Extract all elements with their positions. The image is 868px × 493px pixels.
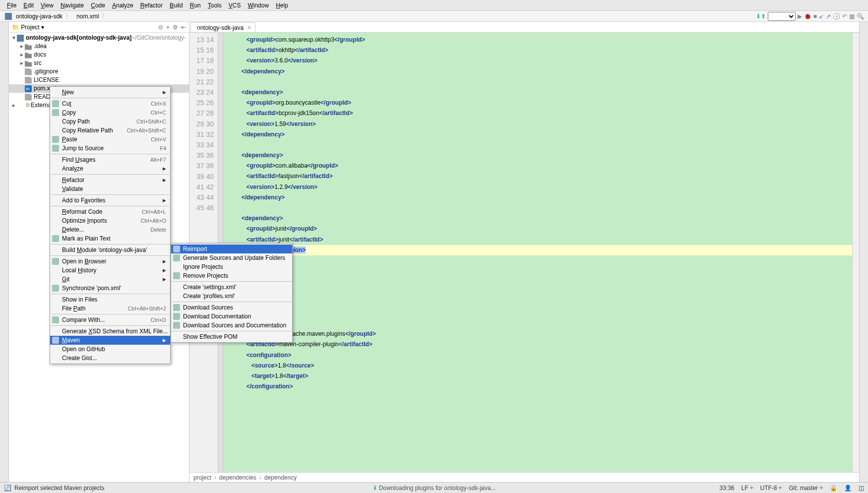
menu-item-copy-path[interactable]: Copy PathCtrl+Shift+C [50,117,170,126]
project-view-selector[interactable]: 📁 Project ▾ [12,24,44,31]
tree-item[interactable]: LICENSE [9,76,189,84]
menu-analyze[interactable]: Analyze [109,1,136,10]
target-icon[interactable]: ⌖ [166,24,170,31]
menu-item-reformat-code[interactable]: Reformat CodeCtrl+Alt+L [50,207,170,216]
menu-item-refactor[interactable]: Refactor▶ [50,176,170,185]
menu-item-create-settings-xml[interactable]: Create 'settings.xml' [171,283,292,292]
nav-file[interactable]: pom.xml [72,13,101,20]
status-bar: 🔄 Reimport selected Maven projects ⬇ Dow… [0,482,868,493]
stop-icon[interactable]: ■ [813,13,817,20]
menu-item-local-history[interactable]: Local History▶ [50,266,170,275]
line-separator[interactable]: LF ÷ [742,485,753,492]
menu-item-mark-as-plain-text[interactable]: Mark as Plain Text [50,234,170,243]
menu-run[interactable]: Run [187,1,204,10]
tree-icon [25,60,32,67]
left-tool-strip[interactable] [0,22,9,482]
tree-root[interactable]: ▾ontology-java-sdk [ontology-sdk-java] ~… [9,34,189,42]
hide-icon[interactable]: ⇤ [181,24,186,31]
menu-edit[interactable]: Edit [20,1,37,10]
menu-item-git[interactable]: Git▶ [50,275,170,284]
memory-icon[interactable]: ◫ [859,485,864,492]
menu-code[interactable]: Code [88,1,108,10]
menu-refactor[interactable]: Refactor [137,1,166,10]
menu-item-remove-projects[interactable]: Remove Projects [171,271,292,280]
breadcrumb-item[interactable]: dependencies [219,474,256,481]
lock-icon[interactable]: 🔒 [830,485,837,492]
editor-breadcrumbs[interactable]: project›dependencies›dependency [189,472,859,482]
menu-item-maven[interactable]: Maven▶ [50,336,170,345]
search-icon[interactable]: 🔍 [857,13,864,20]
menu-item-paste[interactable]: PasteCtrl+V [50,135,170,144]
close-tab-icon[interactable]: × [248,24,251,31]
menu-item-ignore-projects[interactable]: Ignore Projects [171,262,292,271]
menu-item-show-in-files[interactable]: Show in Files [50,295,170,304]
menu-navigate[interactable]: Navigate [58,1,87,10]
menu-window[interactable]: Window [245,1,272,10]
vcs-revert-icon[interactable]: ↶ [842,13,847,20]
menu-vcs[interactable]: VCS [226,1,244,10]
menu-item-new[interactable]: New▶ [50,88,170,97]
debug-icon[interactable]: 🐞 [804,13,811,20]
vcs-commit-icon[interactable]: ↗ [826,13,831,20]
menu-item-download-sources-and-documentation[interactable]: Download Sources and Documentation [171,321,292,330]
tree-item[interactable]: .gitignore [9,67,189,76]
menu-item-build-module-ontology-sdk-java[interactable]: Build Module 'ontology-sdk-java' [50,246,170,254]
breadcrumb-item[interactable]: project [193,474,211,481]
menu-help[interactable]: Help [273,1,291,10]
menu-item-analyze[interactable]: Analyze▶ [50,164,170,173]
right-tool-strip[interactable] [859,22,868,482]
menu-item-download-documentation[interactable]: Download Documentation [171,312,292,321]
tree-icon [25,68,32,75]
menu-build[interactable]: Build [167,1,186,10]
menu-item-synchronize-pom-xml[interactable]: Synchronize 'pom.xml' [50,284,170,293]
menu-item-add-to-favorites[interactable]: Add to Favorites▶ [50,196,170,205]
menu-item-download-sources[interactable]: Download Sources [171,303,292,312]
menu-item-create-gist[interactable]: Create Gist... [50,354,170,363]
dl-icon [173,313,180,320]
caret-position[interactable]: 33:36 [720,485,735,492]
menu-item-reimport[interactable]: Reimport [171,245,292,253]
menu-item-compare-with[interactable]: Compare With...Ctrl+D [50,315,170,324]
project-icon [5,13,12,20]
menu-tools[interactable]: Tools [205,1,225,10]
structure-icon[interactable]: ▦ [849,13,855,20]
menu-item-generate-sources-and-update-folders[interactable]: Generate Sources and Update Folders [171,253,292,262]
menu-item-cut[interactable]: CutCtrl+X [50,99,170,108]
menu-view[interactable]: View [38,1,57,10]
menu-item-find-usages[interactable]: Find UsagesAlt+F7 [50,155,170,164]
nav-root[interactable]: ontology-java-sdk [3,13,64,20]
tree-icon [17,102,24,109]
menu-item-validate[interactable]: Validate [50,185,170,193]
breadcrumb-item[interactable]: dependency [264,474,297,481]
menu-item-delete[interactable]: Delete...Delete [50,225,170,234]
menu-file[interactable]: File [4,1,19,10]
tree-item[interactable]: ▸src [9,59,189,67]
menu-item-open-on-github[interactable]: Open on GitHub [50,345,170,354]
copy-icon [52,109,59,116]
menu-item-file-path[interactable]: File PathCtrl+Alt+Shift+2 [50,304,170,313]
editor-tab[interactable]: ontology-sdk-java × [190,22,255,32]
tree-item[interactable]: ▸docs [9,51,189,59]
collapse-icon[interactable]: ⊖ [158,24,163,31]
toolbar-make-icon[interactable]: ⬇⬆ [756,13,766,20]
diff-icon [52,316,59,323]
menu-item-open-in-browser[interactable]: Open in Browser▶ [50,257,170,266]
menu-item-copy-relative-path[interactable]: Copy Relative PathCtrl+Alt+Shift+C [50,126,170,135]
git-branch[interactable]: Git: master ÷ [789,485,823,492]
tree-icon [25,52,32,59]
menu-item-jump-to-source[interactable]: Jump to SourceF4 [50,144,170,153]
run-config-combo[interactable] [768,12,796,21]
menu-item-create-profiles-xml[interactable]: Create 'profiles.xml' [171,292,292,301]
menu-item-generate-xsd-schema-from-xml-file[interactable]: Generate XSD Schema from XML File... [50,327,170,336]
run-icon[interactable]: ▶ [798,13,802,20]
menu-item-show-effective-pom[interactable]: Show Effective POM [171,332,292,341]
menu-item-optimize-imports[interactable]: Optimize ImportsCtrl+Alt+O [50,216,170,225]
inspector-icon[interactable]: 👤 [844,485,852,492]
menu-item-copy[interactable]: CopyCtrl+C [50,108,170,117]
vcs-update-icon[interactable]: ↙ [819,13,824,20]
tree-item[interactable]: ▸.idea [9,42,189,51]
file-encoding[interactable]: UTF-8 ÷ [760,485,782,492]
background-task[interactable]: ⬇ Downloading plugins for ontology-sdk-j… [372,485,496,492]
gear-icon[interactable]: ⚙ [173,24,178,31]
vcs-history-icon[interactable]: 🕓 [833,13,840,20]
